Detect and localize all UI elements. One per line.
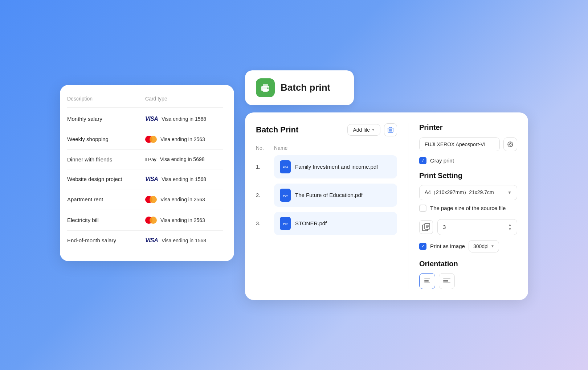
chevron-down-icon: ▼ xyxy=(371,128,375,132)
printer-icon xyxy=(260,82,271,93)
table-row: Monthly salary VISA Visa ending in 1568 xyxy=(67,109,223,129)
visa-icon: VISA xyxy=(145,116,158,122)
chevron-down-icon: ▼ xyxy=(507,190,512,195)
tx-card-info:  Pay Visa ending in 5698 xyxy=(145,156,223,162)
tx-card-text: Visa ending in 1568 xyxy=(162,238,206,243)
svg-text:PDF: PDF xyxy=(283,194,288,197)
copies-input[interactable]: 3 ▲ ▼ xyxy=(437,219,517,235)
file-row[interactable]: PDF STONER.pdf xyxy=(274,212,397,235)
print-as-image-checkbox[interactable]: ✓ xyxy=(419,243,426,250)
col-name-header: Name xyxy=(274,145,397,151)
right-section: Batch print Batch Print Add file ▼ xyxy=(245,70,528,300)
delete-button[interactable] xyxy=(384,123,397,136)
svg-point-3 xyxy=(267,87,269,89)
tx-description: Dinner with friends xyxy=(67,156,145,163)
batch-print-panel: Batch Print Add file ▼ xyxy=(245,112,528,300)
tx-card-text: Visa ending in 1568 xyxy=(162,176,206,182)
col-no-header: No. xyxy=(256,145,274,151)
trash-icon xyxy=(387,127,394,133)
copies-value: 3 xyxy=(443,224,446,230)
col-description-header: Description xyxy=(67,96,145,102)
svg-text:PDF: PDF xyxy=(283,223,288,225)
batch-print-header-card: Batch print xyxy=(245,70,354,105)
tx-card-info: VISA Visa ending in 1568 xyxy=(145,237,223,244)
page-size-dropdown[interactable]: A4（210x297mm）21x29.7cm ▼ xyxy=(419,185,517,200)
svg-point-12 xyxy=(510,143,511,145)
mastercard-icon xyxy=(145,196,157,203)
svg-rect-1 xyxy=(263,84,268,87)
tx-card-info: VISA Visa ending in 1568 xyxy=(145,176,223,182)
tx-card-text: Visa ending in 5698 xyxy=(160,156,205,162)
printer-name-input[interactable]: FUJI XEROX Apeosport-VI xyxy=(419,137,500,151)
pdf-icon: PDF xyxy=(280,217,291,230)
mastercard-icon xyxy=(145,136,157,143)
printer-section-title: Printer xyxy=(419,123,517,132)
table-row: End-of-month salary VISA Visa ending in … xyxy=(67,231,223,250)
tx-card-text: Visa ending in 2563 xyxy=(160,136,205,142)
printer-name-value: FUJI XEROX Apeosport-VI xyxy=(425,141,485,147)
file-row[interactable]: PDF The Future of Education.pdf xyxy=(274,184,397,207)
visa-icon: VISA xyxy=(145,176,158,182)
table-row: Dinner with friends  Pay Visa ending in… xyxy=(67,150,223,169)
source-file-label: The page size of the source file xyxy=(430,205,506,211)
svg-text:PDF: PDF xyxy=(283,166,288,169)
portrait-icon xyxy=(424,279,430,284)
batch-print-title: Batch Print xyxy=(256,125,298,135)
printer-settings-section: Printer FUJI XEROX Apeosport-VI xyxy=(408,123,517,289)
copy-icon xyxy=(422,223,430,231)
landscape-orientation-button[interactable] xyxy=(439,273,455,289)
file-name: The Future of Education.pdf xyxy=(295,192,363,198)
pdf-icon: PDF xyxy=(280,160,291,173)
pdf-file-icon: PDF xyxy=(282,192,288,199)
chevron-down-icon: ▼ xyxy=(491,244,494,248)
file-row[interactable]: PDF Family Investment and income.pdf xyxy=(274,155,397,178)
portrait-orientation-button[interactable] xyxy=(419,273,435,289)
landscape-icon xyxy=(443,279,450,284)
orientation-row xyxy=(419,273,517,289)
print-setting-title: Print Setting xyxy=(419,172,517,180)
dpi-dropdown[interactable]: 300dpi ▼ xyxy=(469,240,499,252)
tx-description: Website design project xyxy=(67,176,145,182)
tx-description: Apartment rent xyxy=(67,196,145,202)
visa-icon: VISA xyxy=(145,237,158,244)
tx-card-text: Visa ending in 2563 xyxy=(160,217,205,223)
tx-card-info: Visa ending in 2563 xyxy=(145,136,223,143)
pdf-icon: PDF xyxy=(280,189,291,202)
gray-print-row: ✓ Gray print xyxy=(419,157,517,164)
add-file-button[interactable]: Add file ▼ xyxy=(347,124,380,136)
tx-card-info: Visa ending in 2563 xyxy=(145,217,223,224)
pdf-file-icon: PDF xyxy=(282,163,288,170)
copies-icon xyxy=(419,220,433,234)
printer-icon-bg xyxy=(256,78,275,97)
print-as-image-row: ✓ Print as image 300dpi ▼ xyxy=(419,240,517,252)
applepay-icon:  Pay xyxy=(145,157,156,162)
file-number: 3. xyxy=(256,220,274,226)
add-file-label: Add file xyxy=(353,127,370,133)
dpi-value: 300dpi xyxy=(473,243,489,249)
copies-row: 3 ▲ ▼ xyxy=(419,219,517,235)
tx-card-info: VISA Visa ending in 1568 xyxy=(145,116,223,122)
list-item: 2. PDF The Future of Education.pdf xyxy=(256,184,397,207)
list-item: 1. PDF Family Investment and income.pdf xyxy=(256,155,397,178)
table-row: Apartment rent Visa ending in 2563 xyxy=(67,189,223,210)
settings-icon-button[interactable] xyxy=(503,137,517,151)
file-number: 1. xyxy=(256,164,274,170)
tx-description: Electricity bill xyxy=(67,217,145,223)
source-file-row: The page size of the source file xyxy=(419,205,517,212)
copies-stepper: ▲ ▼ xyxy=(508,223,512,231)
pdf-file-icon: PDF xyxy=(282,220,288,227)
settings-icon xyxy=(507,141,514,148)
source-file-checkbox[interactable] xyxy=(419,205,426,212)
gray-print-checkbox[interactable]: ✓ xyxy=(419,157,426,164)
decrement-button[interactable]: ▼ xyxy=(508,227,512,231)
file-list-header: Batch Print Add file ▼ xyxy=(256,123,397,136)
page-size-value: A4（210x297mm）21x29.7cm xyxy=(425,189,494,196)
printer-row: FUJI XEROX Apeosport-VI xyxy=(419,137,517,151)
increment-button[interactable]: ▲ xyxy=(508,223,512,227)
list-item: 3. PDF STONER.pdf xyxy=(256,212,397,235)
tx-description: Weekly shopping xyxy=(67,136,145,142)
table-row: Electricity bill Visa ending in 2563 xyxy=(67,210,223,231)
tx-card-text: Visa ending in 1568 xyxy=(162,116,206,122)
transactions-card: Description Card type Monthly salary VIS… xyxy=(60,85,234,261)
file-name: Family Investment and income.pdf xyxy=(295,164,378,170)
